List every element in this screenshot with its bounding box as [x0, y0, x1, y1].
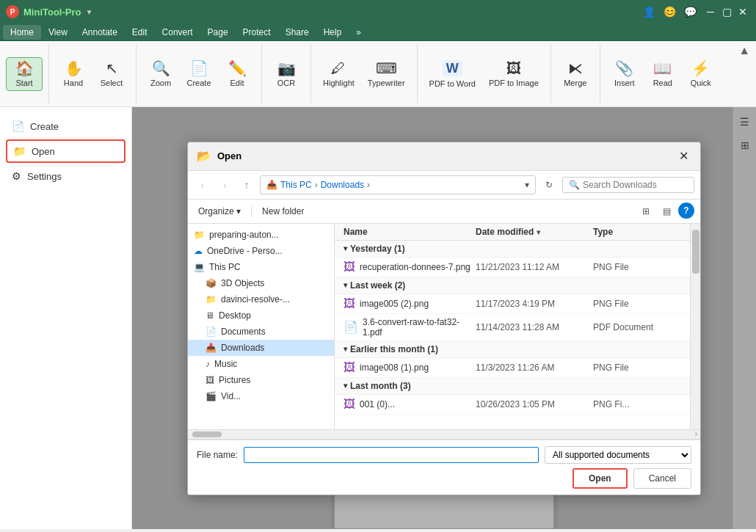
tool-hand[interactable]: ✋ Hand — [55, 58, 92, 90]
group-last-month[interactable]: ▾ Last month (3) — [335, 378, 690, 395]
sidebar-item-open[interactable]: 📁 Open — [6, 139, 126, 163]
group-earlier-month[interactable]: ▾ Earlier this month (1) — [335, 341, 690, 358]
dialog-overlay: 📂 Open ✕ ‹ › ↑ 📥 This PC › Downloads › — [132, 107, 756, 529]
maximize-button[interactable]: ▢ — [719, 4, 734, 19]
menu-more[interactable]: » — [349, 25, 368, 40]
tool-pdf-to-word[interactable]: W PDF to Word — [424, 57, 481, 91]
chat-icon[interactable]: 💬 — [683, 4, 697, 19]
menu-share[interactable]: Share — [278, 25, 316, 40]
file-type-select[interactable]: All supported documents — [545, 446, 691, 464]
tool-edit[interactable]: ✏️ Edit — [219, 58, 255, 90]
h-scrollbar-thumb[interactable] — [192, 431, 222, 437]
menu-protect[interactable]: Protect — [236, 25, 278, 40]
col-name[interactable]: Name — [344, 227, 476, 237]
menu-help[interactable]: Help — [316, 25, 349, 40]
tree-video[interactable]: 🎬 Vid... — [188, 388, 334, 404]
toolbar-collapse-button[interactable]: ▲ — [738, 44, 750, 57]
file-row-image008[interactable]: 🖼 image008 (1).png 11/3/2023 11:26 AM PN… — [335, 358, 690, 378]
nav-up-button[interactable]: ↑ — [238, 176, 255, 194]
horizontal-scrollbar[interactable]: › — [188, 429, 700, 440]
group-last-week[interactable]: ▾ Last week (2) — [335, 277, 690, 294]
toolbar-separator — [251, 205, 252, 217]
dialog-close-button[interactable]: ✕ — [675, 148, 691, 164]
h-scroll-right[interactable]: › — [695, 430, 697, 438]
app-dropdown[interactable]: ▼ — [85, 8, 92, 16]
account-icon[interactable]: 👤 — [641, 4, 656, 19]
tool-create[interactable]: 📄 Create — [181, 58, 217, 90]
toolbar-group-annotate: 🖊 Highlight ⌨ Typewriter — [311, 44, 418, 103]
tool-insert[interactable]: 📎 Insert — [606, 58, 643, 90]
nav-path-downloads[interactable]: Downloads — [321, 180, 364, 190]
hand-icon: ✋ — [65, 61, 83, 76]
file-row-001[interactable]: 🖼 001 (0)... 10/26/2023 1:05 PM PNG Fi..… — [335, 395, 690, 415]
tree-3d-objects[interactable]: 📦 3D Objects — [188, 275, 334, 291]
tool-ocr[interactable]: 📷 OCR — [268, 58, 305, 90]
organize-button[interactable]: Organize ▾ — [194, 204, 245, 219]
view-toggle-button[interactable]: ▤ — [658, 203, 675, 220]
tree-onedrive[interactable]: ☁ OneDrive - Perso... — [188, 243, 334, 259]
menu-view[interactable]: View — [41, 25, 75, 40]
menu-page[interactable]: Page — [200, 25, 236, 40]
menu-annotate[interactable]: Annotate — [75, 25, 125, 40]
menu-convert[interactable]: Convert — [155, 25, 200, 40]
tree-documents[interactable]: 📄 Documents — [188, 324, 334, 340]
search-box: 🔍 — [562, 177, 694, 193]
user-icon[interactable]: 😊 — [662, 4, 677, 19]
file-toolbar: Organize ▾ New folder ⊞ ▤ ? — [188, 200, 700, 224]
file-type-001: PNG Fi... — [593, 399, 681, 409]
tool-typewriter[interactable]: ⌨ Typewriter — [362, 58, 411, 90]
nav-back-button[interactable]: ‹ — [194, 176, 211, 194]
nav-refresh-button[interactable]: ↻ — [540, 176, 558, 194]
file-name-input[interactable] — [244, 447, 539, 463]
nav-forward-button[interactable]: › — [216, 176, 233, 194]
toolbar-group-nav: ✋ Hand ↖ Select — [49, 44, 137, 103]
tool-quick[interactable]: ⚡ Quick — [683, 58, 719, 90]
col-type[interactable]: Type — [593, 227, 681, 237]
close-button[interactable]: ✕ — [735, 4, 750, 19]
nav-path[interactable]: 📥 This PC › Downloads › ▾ — [260, 175, 536, 194]
file-row-recuperation[interactable]: 🖼 recuperation-donnees-7.png 11/21/2023 … — [335, 258, 690, 277]
tree-desktop[interactable]: 🖥 Desktop — [188, 307, 334, 324]
group-chevron-lastweek: ▾ — [344, 281, 347, 289]
search-input[interactable] — [583, 180, 686, 190]
new-folder-button[interactable]: New folder — [258, 204, 308, 219]
open-button[interactable]: Open — [573, 468, 628, 489]
open-sidebar-icon: 📁 — [13, 145, 26, 157]
scrollbar[interactable] — [690, 224, 700, 429]
sidebar-item-settings[interactable]: ⚙ Settings — [0, 164, 131, 188]
tree-pictures[interactable]: 🖼 Pictures — [188, 372, 334, 388]
tool-zoom[interactable]: 🔍 Zoom — [142, 58, 179, 90]
menu-edit[interactable]: Edit — [125, 25, 155, 40]
folder-icon-davinci: 📁 — [206, 294, 217, 305]
pdf-to-word-label: PDF to Word — [429, 79, 476, 88]
col-date[interactable]: Date modified ▾ — [476, 227, 593, 237]
group-yesterday[interactable]: ▾ Yesterday (1) — [335, 241, 690, 258]
scrollbar-thumb[interactable] — [692, 230, 699, 274]
create-sidebar-icon: 📄 — [12, 120, 24, 132]
png-icon-3: 🖼 — [344, 361, 355, 374]
tree-music[interactable]: ♪ Music — [188, 356, 334, 372]
nav-path-dropdown[interactable]: ▾ — [525, 180, 529, 190]
tree-preparing[interactable]: 📁 preparing-auton... — [188, 227, 334, 243]
menu-home[interactable]: Home — [3, 25, 41, 40]
tree-this-pc[interactable]: 💻 This PC — [188, 259, 334, 275]
file-row-image005[interactable]: 🖼 image005 (2).png 11/17/2023 4:19 PM PN… — [335, 294, 690, 314]
toolbar-group-start: 🏠 Start — [0, 44, 49, 103]
merge-label: Merge — [564, 79, 586, 87]
sidebar-item-create[interactable]: 📄 Create — [0, 114, 131, 138]
tool-read[interactable]: 📖 Read — [644, 58, 681, 90]
minimize-button[interactable]: ─ — [703, 4, 718, 19]
tool-select[interactable]: ↖ Select — [93, 58, 130, 90]
tree-downloads[interactable]: 📥 Downloads — [188, 340, 334, 356]
nav-path-this-pc[interactable]: This PC — [280, 180, 312, 190]
tree-davinci[interactable]: 📁 davinci-resolve-... — [188, 291, 334, 307]
file-row-pdf[interactable]: 📄 3.6-convert-raw-to-fat32-1.pdf 11/14/2… — [335, 314, 690, 341]
help-button[interactable]: ? — [678, 203, 694, 219]
select-label: Select — [101, 79, 123, 87]
cancel-button[interactable]: Cancel — [633, 468, 691, 489]
tool-start[interactable]: 🏠 Start — [6, 57, 43, 91]
tool-highlight[interactable]: 🖊 Highlight — [317, 58, 360, 90]
tool-merge[interactable]: ⧔ Merge — [557, 58, 594, 90]
tool-pdf-to-image[interactable]: 🖼 PDF to Image — [483, 58, 545, 90]
view-details-button[interactable]: ⊞ — [637, 203, 655, 220]
